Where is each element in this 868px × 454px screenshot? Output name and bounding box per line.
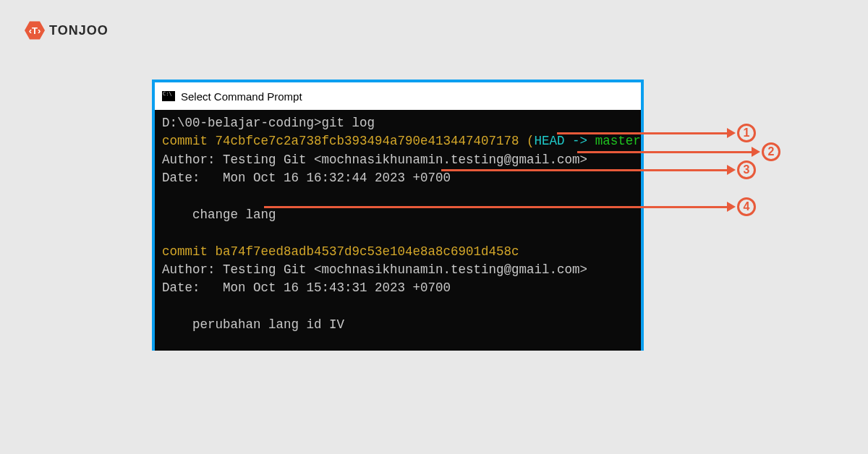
annotation-line-3 <box>441 169 728 171</box>
date-line: Date: Mon Oct 16 16:32:44 2023 +0700 <box>162 171 451 185</box>
ref-head: HEAD -> <box>535 134 595 148</box>
brand-icon: ‹T› <box>25 20 45 40</box>
commit-label: commit <box>162 244 216 259</box>
prompt-path: D:\00-belajar-coding> <box>162 116 322 130</box>
date-line: Date: Mon Oct 16 15:43:31 2023 +0700 <box>162 280 451 295</box>
commit-hash: ba74f7eed8adb4537d9c53e104e8a8c6901d458c <box>216 244 519 259</box>
commit-hash: 74cbfce7c2a738fcb393494a790e413447407178 <box>216 134 519 148</box>
arrow-icon <box>727 165 736 175</box>
commit-message: perubahan lang id IV <box>162 317 344 332</box>
arrow-icon <box>727 202 736 212</box>
ref-branch: master <box>595 134 641 148</box>
annotation-number-3: 3 <box>737 160 756 179</box>
author-line: Author: Testing Git <mochnasikhunamin.te… <box>162 153 587 167</box>
window-titlebar[interactable]: Select Command Prompt <box>155 82 641 110</box>
arrow-icon <box>752 147 760 157</box>
cmd-icon <box>162 91 175 101</box>
terminal-output[interactable]: D:\00-belajar-coding>git log commit 74cb… <box>155 110 641 351</box>
annotation-line-2 <box>577 151 752 153</box>
command-text: git log <box>322 116 375 130</box>
annotation-number-1: 1 <box>737 124 756 142</box>
annotation-number-2: 2 <box>762 142 780 161</box>
brand-name: TONJOO <box>49 23 109 38</box>
brand-logo: ‹T› TONJOO <box>25 20 109 40</box>
commit-message: change lang <box>162 207 276 222</box>
commit-label: commit <box>162 134 216 148</box>
ref-open: ( <box>519 134 535 148</box>
annotation-line-4 <box>264 206 728 208</box>
author-line: Author: Testing Git <mochnasikhunamin.te… <box>162 262 587 277</box>
window-title: Select Command Prompt <box>181 90 302 103</box>
command-prompt-window: Select Command Prompt D:\00-belajar-codi… <box>152 80 644 351</box>
annotation-line-1 <box>557 132 728 134</box>
annotation-number-4: 4 <box>737 197 756 216</box>
arrow-icon <box>727 128 736 138</box>
brand-glyph: ‹T› <box>25 20 45 40</box>
